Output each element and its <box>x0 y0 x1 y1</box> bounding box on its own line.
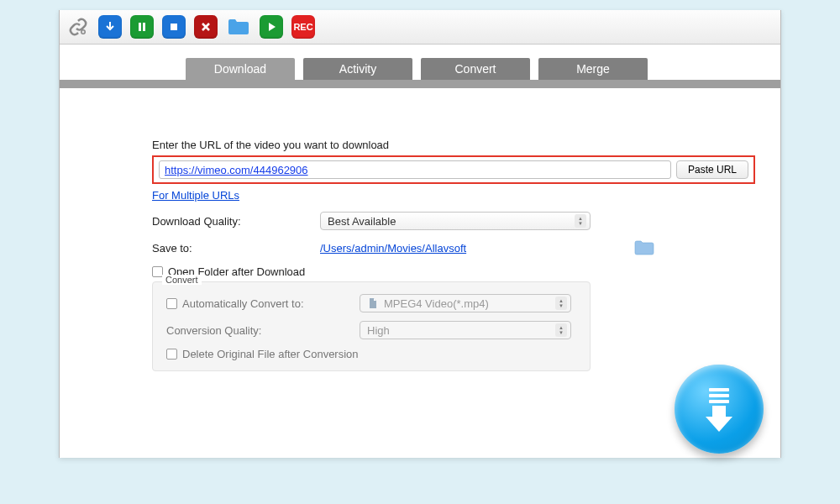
svg-rect-6 <box>709 400 729 403</box>
file-icon <box>367 297 379 309</box>
play-icon[interactable] <box>260 15 283 39</box>
tabs-divider <box>60 80 780 88</box>
folder-icon[interactable] <box>226 15 251 39</box>
tabs-bar: Download Activity Convert Merge <box>60 45 780 88</box>
multiple-urls-link[interactable]: For Multiple URLs <box>152 189 239 202</box>
download-icon[interactable] <box>98 15 122 39</box>
svg-rect-3 <box>171 24 177 30</box>
convert-legend: Convert <box>162 275 202 285</box>
chevron-updown-icon: ▲▼ <box>575 214 586 228</box>
url-input[interactable] <box>159 160 671 179</box>
app-window: REC Download Activity Convert Merge Ente… <box>59 10 781 458</box>
browse-folder-icon[interactable] <box>634 240 654 255</box>
stop-icon[interactable] <box>162 15 186 39</box>
chevron-updown-icon: ▲▼ <box>555 323 567 337</box>
conversion-quality-label: Conversion Quality: <box>166 324 261 337</box>
download-panel: Enter the URL of the video you want to d… <box>60 88 780 458</box>
paste-url-button[interactable]: Paste URL <box>676 160 748 179</box>
delete-original-checkbox[interactable] <box>166 349 177 360</box>
close-icon[interactable] <box>194 15 218 39</box>
convert-group: Convert Automatically Convert to: MPEG4 … <box>152 281 755 371</box>
save-to-label: Save to: <box>152 242 320 255</box>
conversion-quality-select[interactable]: High ▲▼ <box>360 321 571 339</box>
svg-rect-4 <box>709 388 729 391</box>
download-quality-value: Best Available <box>328 215 396 228</box>
tab-merge[interactable]: Merge <box>538 58 648 80</box>
tab-convert[interactable]: Convert <box>421 58 530 80</box>
chevron-updown-icon: ▲▼ <box>555 297 567 310</box>
svg-rect-2 <box>143 23 145 31</box>
convert-format-value: MPEG4 Video(*.mp4) <box>384 297 489 310</box>
url-label: Enter the URL of the video you want to d… <box>152 139 755 151</box>
pause-icon[interactable] <box>130 15 154 39</box>
tab-download[interactable]: Download <box>186 58 295 80</box>
save-to-path-link[interactable]: /Users/admin/Movies/Allavsoft <box>320 242 466 255</box>
svg-rect-5 <box>709 394 729 397</box>
auto-convert-checkbox[interactable] <box>166 298 177 309</box>
link-icon[interactable] <box>66 15 90 39</box>
toolbar: REC <box>60 10 780 45</box>
start-download-button[interactable] <box>675 365 764 454</box>
tab-activity[interactable]: Activity <box>303 58 412 80</box>
record-icon[interactable]: REC <box>291 15 315 39</box>
convert-format-select[interactable]: MPEG4 Video(*.mp4) ▲▼ <box>360 294 571 312</box>
conversion-quality-value: High <box>367 324 390 337</box>
auto-convert-label: Automatically Convert to: <box>182 297 304 310</box>
download-quality-select[interactable]: Best Available ▲▼ <box>320 212 591 230</box>
delete-original-label: Delete Original File after Conversion <box>182 348 359 360</box>
download-quality-label: Download Quality: <box>152 215 320 228</box>
svg-rect-1 <box>139 23 141 31</box>
url-row-highlighted: Paste URL <box>152 155 755 184</box>
